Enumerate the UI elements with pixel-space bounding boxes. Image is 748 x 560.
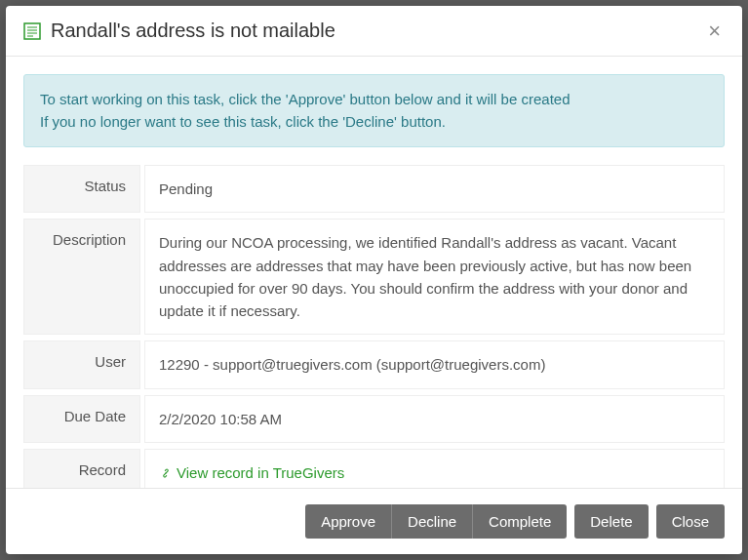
description-row: Description During our NCOA processing, … [23, 219, 725, 335]
decline-button[interactable]: Decline [391, 504, 472, 539]
record-link-text: View record in TrueGivers [177, 464, 344, 481]
record-label: Record [23, 449, 140, 488]
svg-rect-0 [24, 23, 40, 39]
link-icon [159, 463, 173, 486]
user-row: User 12290 - support@truegivers.com (sup… [23, 340, 725, 388]
user-label: User [23, 340, 140, 388]
complete-button[interactable]: Complete [472, 504, 567, 539]
info-line-1: To start working on this task, click the… [40, 89, 708, 111]
view-record-link[interactable]: View record in TrueGivers [159, 464, 344, 481]
info-banner: To start working on this task, click the… [23, 74, 725, 147]
status-row: Status Pending [23, 165, 725, 213]
close-button[interactable]: Close [656, 504, 725, 539]
approve-button[interactable]: Approve [305, 504, 391, 539]
delete-button[interactable]: Delete [574, 504, 648, 539]
modal-header: Randall's address is not mailable × [6, 6, 742, 57]
status-label: Status [23, 165, 140, 213]
modal-title: Randall's address is not mailable [51, 20, 704, 42]
description-label: Description [23, 219, 140, 335]
modal-footer: Approve Decline Complete Delete Close [6, 488, 742, 554]
info-line-2: If you no longer want to see this task, … [40, 111, 708, 134]
close-icon[interactable]: × [704, 20, 725, 42]
due-date-row: Due Date 2/2/2020 10:58 AM [23, 395, 725, 443]
status-value: Pending [144, 165, 725, 213]
due-date-label: Due Date [23, 395, 140, 443]
record-value: View record in TrueGivers [144, 449, 725, 488]
user-value: 12290 - support@truegivers.com (support@… [144, 340, 725, 388]
action-button-group: Approve Decline Complete [305, 504, 567, 539]
description-value: During our NCOA processing, we identifie… [144, 219, 725, 335]
task-icon [23, 22, 41, 40]
task-modal: Randall's address is not mailable × To s… [6, 6, 742, 554]
due-date-value: 2/2/2020 10:58 AM [144, 395, 725, 443]
record-row: Record View record in TrueGivers [23, 449, 725, 488]
modal-body: To start working on this task, click the… [6, 57, 742, 488]
